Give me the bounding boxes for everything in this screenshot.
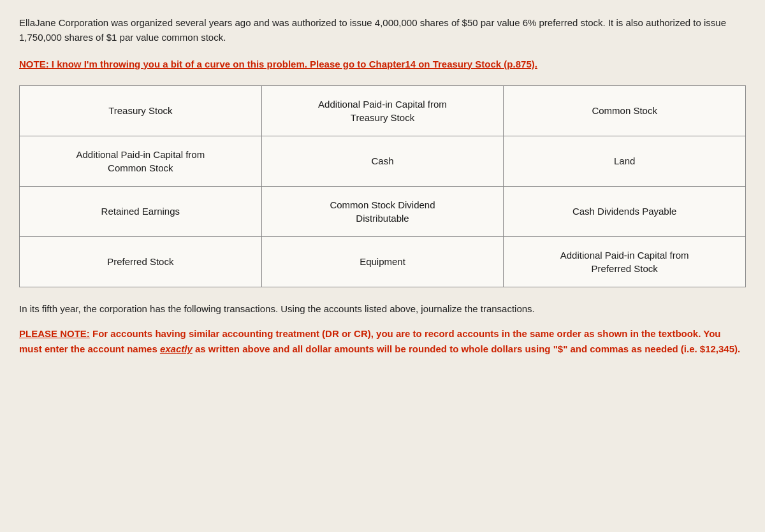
- cell-preferred-stock: Preferred Stock: [20, 236, 262, 287]
- please-note-paragraph: PLEASE NOTE: For accounts having similar…: [19, 326, 746, 357]
- fifth-year-paragraph: In its fifth year, the corporation has t…: [19, 301, 746, 316]
- accounts-table: Treasury Stock Additional Paid-in Capita…: [19, 85, 746, 287]
- cell-common-stock-dividend: Common Stock DividendDistributable: [261, 186, 504, 236]
- cell-treasury-stock: Treasury Stock: [20, 85, 262, 136]
- table-row: Additional Paid-in Capital fromCommon St…: [20, 136, 746, 186]
- cell-additional-paid-common: Additional Paid-in Capital fromCommon St…: [20, 136, 262, 186]
- cell-common-stock: Common Stock: [504, 85, 746, 136]
- table-row: Preferred Stock Equipment Additional Pai…: [20, 236, 746, 287]
- note-paragraph: NOTE: I know I'm throwing you a bit of a…: [19, 57, 746, 71]
- cell-additional-paid-preferred: Additional Paid-in Capital fromPreferred…: [504, 236, 746, 287]
- intro-paragraph: EllaJane Corporation was organized sever…: [19, 15, 746, 45]
- table-row: Retained Earnings Common Stock DividendD…: [20, 186, 746, 236]
- cell-retained-earnings: Retained Earnings: [20, 186, 262, 236]
- table-row: Treasury Stock Additional Paid-in Capita…: [20, 85, 746, 136]
- cell-land: Land: [504, 136, 746, 186]
- please-note-text2: as written above and all dollar amounts …: [193, 343, 740, 354]
- cell-cash-dividends-payable: Cash Dividends Payable: [504, 186, 746, 236]
- cell-equipment: Equipment: [261, 236, 504, 287]
- please-note-label: PLEASE NOTE:: [19, 328, 90, 339]
- note-label: NOTE:: [19, 59, 49, 69]
- cell-cash: Cash: [261, 136, 504, 186]
- cell-additional-paid-treasury: Additional Paid-in Capital fromTreasury …: [261, 85, 504, 136]
- please-note-exactly: exactly: [160, 343, 193, 354]
- note-body: I know I'm throwing you a bit of a curve…: [49, 59, 537, 69]
